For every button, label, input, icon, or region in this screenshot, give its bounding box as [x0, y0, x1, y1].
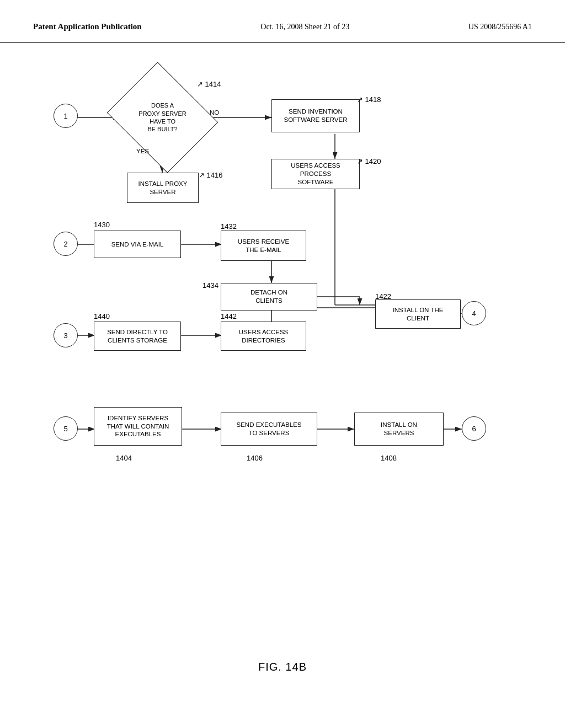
circle-2: 2 [54, 232, 78, 256]
label-1418: ↗ 1418 [357, 95, 381, 104]
label-1442: 1442 [221, 312, 237, 320]
label-1432: 1432 [221, 222, 237, 231]
label-1406: 1406 [247, 454, 263, 462]
circle-3: 3 [54, 323, 78, 347]
box-1420: USERS ACCESSPROCESSSOFTWARE [271, 159, 360, 189]
header-left: Patent Application Publication [33, 22, 142, 31]
circle-4: 4 [462, 301, 486, 325]
box-1430: SEND VIA E-MAIL [94, 231, 181, 258]
circle-5: 5 [54, 416, 78, 441]
box-1434: DETACH ONCLIENTS [221, 283, 317, 311]
label-1430: 1430 [94, 221, 110, 229]
box-1440: SEND DIRECTLY TOCLIENTS STORAGE [94, 322, 181, 351]
label-no: NO [210, 109, 219, 116]
box-1408: INSTALL ONSERVERS [354, 413, 444, 446]
box-1418: SEND INVENTIONSOFTWARE SERVER [271, 99, 360, 132]
page: Patent Application Publication Oct. 16, … [0, 0, 565, 728]
box-1442: USERS ACCESSDIRECTORIES [221, 322, 306, 351]
circle-1: 1 [54, 104, 78, 128]
header-center: Oct. 16, 2008 Sheet 21 of 23 [260, 23, 349, 31]
box-1416: INSTALL PROXYSERVER [127, 173, 199, 203]
label-1420: ↗ 1420 [357, 157, 381, 165]
arrows-svg [34, 54, 531, 650]
box-1404: IDENTIFY SERVERSTHAT WILL CONTAINEXECUTA… [94, 407, 182, 446]
label-1404: 1404 [116, 454, 132, 462]
label-1440: 1440 [94, 312, 110, 320]
header-right: US 2008/255696 A1 [468, 23, 532, 31]
box-1432: USERS RECEIVETHE E-MAIL [221, 231, 306, 261]
label-yes: YES [136, 148, 149, 154]
diamond-text: DOES APROXY SERVERHAVE TOBE BUILT? [136, 99, 188, 135]
diagram: 1 DOES APROXY SERVERHAVE TOBE BUILT? ↗ 1… [34, 54, 531, 650]
figure-caption: FIG. 14B [0, 661, 565, 673]
circle-6: 6 [462, 416, 486, 441]
header: Patent Application Publication Oct. 16, … [0, 0, 565, 43]
label-1414: ↗ 1414 [197, 80, 221, 88]
box-1422: INSTALL ON THECLIENT [375, 299, 461, 329]
diamond-1414: DOES APROXY SERVERHAVE TOBE BUILT? [120, 82, 205, 153]
label-1416: ↗ 1416 [199, 171, 223, 179]
box-1406: SEND EXECUTABLESTO SERVERS [221, 413, 317, 446]
label-1408: 1408 [381, 454, 397, 462]
